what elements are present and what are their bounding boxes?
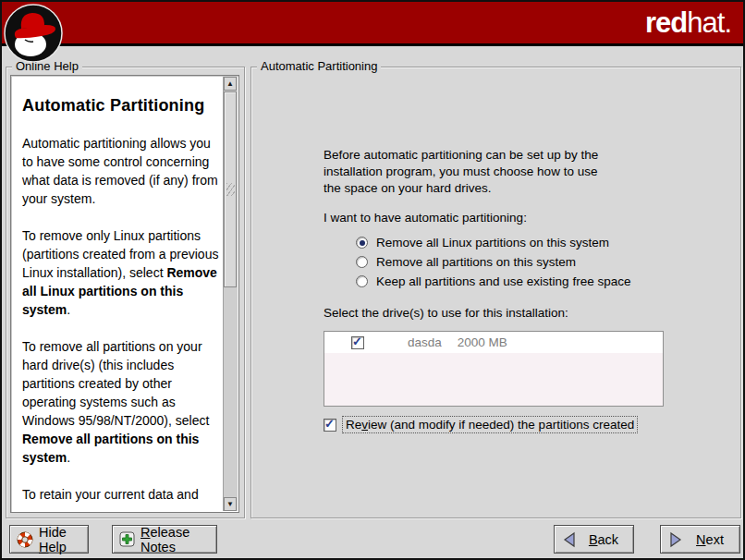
scrollbar-grip-icon <box>226 183 235 196</box>
redhat-shadowman-logo <box>3 3 64 64</box>
help-paragraphs: Automatic partitioning allows you to hav… <box>22 134 222 504</box>
back-button[interactable]: Back <box>554 525 634 554</box>
drive-name: dasda <box>408 335 442 349</box>
help-text: Automatic Partitioning Automatic partiti… <box>11 76 224 512</box>
partitioning-radio-group: Remove all Linux partitions on this syst… <box>356 233 630 291</box>
drive-listbox[interactable]: ✓dasda2000 MB <box>324 331 664 407</box>
wordmark-red: red <box>645 6 687 39</box>
installer-window: redhat. Online Help Automatic Partitioni… <box>0 0 745 560</box>
drive-checkbox[interactable]: ✓ <box>351 336 364 349</box>
scroll-down-arrow-icon[interactable]: ▼ <box>224 497 237 511</box>
hide-help-label: Hide Help <box>39 525 88 554</box>
radio-button-icon[interactable] <box>356 256 368 268</box>
next-arrow-icon <box>667 531 684 548</box>
release-notes-button[interactable]: Release Notes <box>112 525 217 554</box>
next-label: Next <box>690 532 730 547</box>
review-checkbox[interactable]: ✓ <box>324 419 336 432</box>
radio-button-icon[interactable] <box>356 237 368 249</box>
next-button[interactable]: Next <box>660 525 740 554</box>
hide-help-button[interactable]: Hide Help <box>9 525 89 554</box>
online-help-frame: Online Help Automatic Partitioning Autom… <box>6 67 245 518</box>
radio-option[interactable]: Keep all partitions and use existing fre… <box>356 272 630 291</box>
help-paragraph: To remove only Linux partitions (partiti… <box>22 226 222 319</box>
radio-option-label: Remove all partitions on this system <box>376 255 576 269</box>
automatic-partitioning-frame: Automatic Partitioning Before automatic … <box>250 67 741 518</box>
intro-text: Before automatic partitioning can be set… <box>324 147 616 197</box>
help-viewport: Automatic Partitioning Automatic partiti… <box>10 75 239 513</box>
automatic-partitioning-frame-label: Automatic Partitioning <box>257 59 381 73</box>
review-checkbox-label[interactable]: Review (and modify if needed) the partit… <box>342 416 638 433</box>
help-paragraph: Automatic partitioning allows you to hav… <box>22 134 222 208</box>
help-scrollbar[interactable]: ▲ ▼ <box>223 77 238 511</box>
radio-button-icon[interactable] <box>356 275 368 287</box>
radio-option[interactable]: Remove all partitions on this system <box>356 252 630 272</box>
top-banner <box>2 2 743 46</box>
check-icon: ✓ <box>352 335 362 348</box>
radio-option[interactable]: Remove all Linux partitions on this syst… <box>356 233 630 252</box>
help-heading: Automatic Partitioning <box>22 96 222 116</box>
redhat-wordmark: redhat. <box>645 6 731 40</box>
radio-option-label: Remove all Linux partitions on this syst… <box>376 236 609 250</box>
drive-row[interactable]: ✓dasda2000 MB <box>324 332 663 353</box>
life-ring-help-icon <box>17 531 33 548</box>
radio-prompt: I want to have automatic partitioning: <box>324 211 527 225</box>
drive-prompt: Select the drive(s) to use for this inst… <box>324 306 568 320</box>
review-checkbox-row[interactable]: ✓ Review (and modify if needed) the part… <box>324 416 638 433</box>
back-label: Back <box>583 532 624 547</box>
help-paragraph: To remove all partitions on your hard dr… <box>22 337 222 467</box>
check-icon: ✓ <box>324 417 335 431</box>
help-paragraph: To retain your current data and <box>22 485 222 504</box>
release-notes-label: Release Notes <box>140 525 216 554</box>
release-notes-icon <box>119 531 135 547</box>
scrollbar-thumb[interactable] <box>224 91 237 287</box>
drive-size: 2000 MB <box>458 335 507 349</box>
back-arrow-icon <box>561 531 578 548</box>
wordmark-hat: hat. <box>687 6 731 39</box>
radio-option-label: Keep all partitions and use existing fre… <box>376 274 630 288</box>
scroll-up-arrow-icon[interactable]: ▲ <box>224 77 237 91</box>
